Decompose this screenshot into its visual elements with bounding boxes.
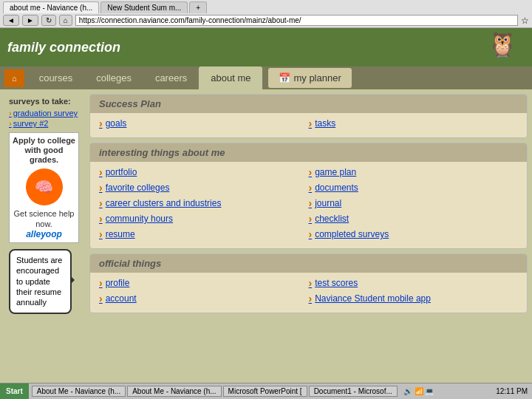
profile-link[interactable]: profile: [99, 277, 309, 289]
success-plan-panel: Success Plan goals tasks: [89, 94, 528, 138]
refresh-button[interactable]: ↻: [41, 15, 56, 26]
success-plan-body: goals tasks: [90, 113, 527, 137]
goals-link[interactable]: goals: [99, 117, 309, 129]
mascot: 🦉: [488, 33, 525, 62]
clock: 12:11 PM: [491, 387, 532, 395]
interesting-col-2: game plan documents journal checklist co…: [309, 166, 519, 244]
main-content: surveys to take: graduation survey surve…: [0, 89, 532, 399]
taskbar-item-2[interactable]: About Me - Naviance (h...: [127, 386, 221, 397]
completed-surveys-link[interactable]: completed surveys: [309, 228, 519, 240]
ad-banner[interactable]: Apply to college with good grades. 🧠 Get…: [9, 132, 79, 243]
system-tray: 🔊 📶 💻: [400, 387, 437, 395]
app-header: family connection 🦉: [0, 28, 532, 66]
callout-tooltip: Students are encouraged to update their …: [9, 249, 72, 313]
naviance-mobile-link[interactable]: Naviance Student mobile app: [309, 293, 519, 304]
interesting-things-body: portfolio favorite colleges career clust…: [90, 162, 527, 248]
ad-bottom-text: Get science help now.: [13, 208, 75, 230]
ad-logo: alleyoop: [13, 229, 75, 239]
content-area: Success Plan goals tasks interesting thi…: [89, 94, 528, 399]
nav-bar: ⌂ courses colleges careers about me 📅 my…: [0, 66, 532, 89]
sidebar-title: surveys to take:: [9, 97, 85, 106]
browser-tabs: about me - Naviance (h... New Student Su…: [3, 1, 529, 13]
official-things-body: profile account test scores Naviance Stu…: [90, 273, 527, 313]
career-clusters-link[interactable]: career clusters and industries: [99, 197, 309, 209]
sidebar-link-graduation-survey[interactable]: graduation survey: [9, 109, 85, 117]
ad-icon: 🧠: [26, 168, 63, 205]
nav-item-colleges[interactable]: colleges: [84, 66, 143, 89]
checklist-link[interactable]: checklist: [309, 213, 519, 225]
browser-tab-active[interactable]: about me - Naviance (h...: [3, 1, 99, 13]
home-nav-button[interactable]: ⌂: [4, 69, 24, 87]
success-plan-col-1: goals: [99, 117, 309, 133]
sidebar-link-survey2[interactable]: survey #2: [9, 119, 85, 128]
interesting-things-header: interesting things about me: [90, 143, 527, 162]
portfolio-link[interactable]: portfolio: [99, 166, 309, 178]
interesting-things-panel: interesting things about me portfolio fa…: [89, 143, 528, 249]
back-button[interactable]: ◄: [3, 15, 19, 26]
nav-item-courses[interactable]: courses: [27, 66, 85, 89]
official-things-panel: official things profile account test sco…: [89, 253, 528, 313]
nav-item-about-me[interactable]: about me: [199, 66, 262, 89]
journal-link[interactable]: journal: [309, 197, 519, 209]
calendar-icon: 📅: [279, 72, 290, 83]
account-link[interactable]: account: [99, 293, 309, 304]
start-button[interactable]: Start: [0, 383, 29, 399]
taskbar-item-4[interactable]: Document1 - Microsof...: [309, 386, 398, 397]
browser-toolbar: ◄ ► ↻ ⌂ ☆: [3, 15, 529, 26]
official-col-1: profile account: [99, 277, 309, 308]
tasks-link[interactable]: tasks: [309, 117, 519, 129]
app-title: family connection: [7, 40, 120, 55]
success-plan-col-2: tasks: [309, 117, 519, 133]
ad-title: Apply to college with good grades.: [13, 136, 75, 166]
taskbar: Start About Me - Naviance (h... About Me…: [0, 383, 532, 399]
success-plan-header: Success Plan: [90, 95, 527, 113]
forward-button[interactable]: ►: [22, 15, 38, 26]
taskbar-item-3[interactable]: Microsoft PowerPoint [: [223, 386, 307, 397]
my-planner-button[interactable]: 📅 my planner: [268, 68, 351, 88]
taskbar-item-1[interactable]: About Me - Naviance (h...: [32, 386, 126, 397]
sidebar: surveys to take: graduation survey surve…: [4, 94, 89, 399]
documents-link[interactable]: documents: [309, 182, 519, 194]
test-scores-link[interactable]: test scores: [309, 277, 519, 289]
community-hours-link[interactable]: community hours: [99, 213, 309, 225]
resume-link[interactable]: resume: [99, 228, 309, 240]
taskbar-items: About Me - Naviance (h... About Me - Nav…: [29, 386, 400, 397]
nav-item-careers[interactable]: careers: [143, 66, 199, 89]
interesting-col-1: portfolio favorite colleges career clust…: [99, 166, 309, 244]
new-tab-button[interactable]: +: [189, 1, 207, 13]
star-icon[interactable]: ☆: [521, 16, 529, 26]
favorite-colleges-link[interactable]: favorite colleges: [99, 182, 309, 194]
official-things-header: official things: [90, 254, 527, 273]
address-bar[interactable]: [75, 15, 518, 26]
browser-chrome: about me - Naviance (h... New Student Su…: [0, 0, 532, 28]
browser-tab-2[interactable]: New Student Sum m...: [100, 1, 188, 13]
home-button[interactable]: ⌂: [59, 15, 72, 26]
official-col-2: test scores Naviance Student mobile app: [309, 277, 519, 308]
planner-label: my planner: [293, 72, 341, 83]
game-plan-link[interactable]: game plan: [309, 166, 519, 178]
callout-text: Students are encouraged to update their …: [16, 256, 62, 307]
